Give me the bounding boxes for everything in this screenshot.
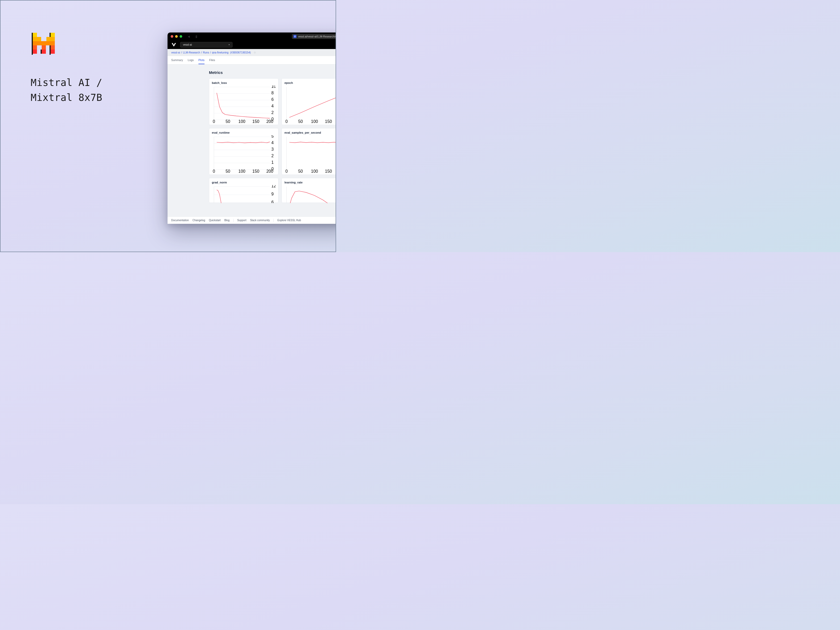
svg-text:12: 12: [272, 185, 276, 188]
org-selector-value: vessl-ai: [183, 43, 192, 46]
svg-text:4: 4: [272, 104, 274, 108]
epoch-plot: 050100150: [284, 85, 336, 124]
svg-text:2: 2: [272, 154, 274, 158]
svg-text:200: 200: [266, 169, 273, 173]
footer-link[interactable]: Slack community: [250, 219, 270, 222]
section-title: Metrics: [209, 70, 336, 75]
svg-rect-5: [51, 37, 55, 41]
svg-rect-0: [33, 33, 37, 37]
footer-link[interactable]: Support: [237, 219, 246, 222]
grad_norm-plot: 6912: [212, 185, 276, 203]
svg-text:6: 6: [272, 200, 274, 203]
svg-text:5: 5: [272, 135, 274, 139]
site-favicon-icon: V: [294, 35, 297, 38]
svg-text:150: 150: [325, 169, 332, 173]
metric-title: eval_runtime: [212, 131, 276, 134]
svg-text:2: 2: [272, 110, 274, 115]
svg-rect-14: [42, 50, 46, 54]
star-icon[interactable]: ☆: [254, 51, 256, 54]
metric-card-grad_norm[interactable]: grad_norm6912: [209, 178, 278, 203]
browser-titlebar: ‹ ▯ V vessl.ai/vessl-ai/LLM-Research/run…: [167, 33, 336, 40]
footer-link[interactable]: Quickstart: [209, 219, 221, 222]
metric-title: eval_samples_per_second: [284, 131, 336, 134]
svg-text:150: 150: [325, 119, 332, 124]
window-controls[interactable]: [171, 35, 182, 38]
metric-title: batch_loss: [212, 81, 276, 84]
svg-text:100: 100: [238, 169, 245, 173]
svg-text:200: 200: [266, 119, 273, 124]
tab-bar: Summary Logs Plots Files: [167, 56, 336, 65]
address-bar[interactable]: V vessl.ai/vessl-ai/LLM-Research/runs/36…: [292, 34, 336, 39]
svg-text:0: 0: [286, 119, 288, 124]
svg-rect-7: [46, 37, 51, 41]
eval_samples_per_second-plot: 050100150: [284, 135, 336, 174]
zoom-icon[interactable]: [180, 35, 182, 38]
svg-rect-11: [42, 45, 46, 50]
svg-text:50: 50: [226, 119, 230, 124]
svg-rect-12: [33, 50, 37, 54]
svg-text:4: 4: [272, 140, 274, 145]
svg-text:8: 8: [272, 91, 274, 95]
svg-text:10: 10: [272, 85, 276, 88]
footer-link[interactable]: Changelog: [193, 219, 205, 222]
svg-text:50: 50: [298, 119, 303, 124]
svg-text:0: 0: [213, 119, 215, 124]
footer-link[interactable]: Explore VESSL Hub: [277, 219, 301, 222]
tab-files[interactable]: Files: [209, 56, 215, 64]
tab-logs[interactable]: Logs: [188, 56, 194, 64]
svg-text:6: 6: [272, 97, 274, 102]
browser-window: ‹ ▯ V vessl.ai/vessl-ai/LLM-Research/run…: [167, 33, 336, 224]
minimize-icon[interactable]: [175, 35, 178, 38]
back-icon[interactable]: ‹: [188, 34, 190, 39]
crumb-section[interactable]: Runs: [203, 51, 209, 54]
crumb-run[interactable]: qna-finetuning: [212, 51, 228, 54]
metric-card-batch_loss[interactable]: batch_loss0246810050100150200: [209, 78, 278, 125]
hero-title: Mistral AI / Mixtral 8x7B: [31, 75, 102, 106]
close-icon[interactable]: [171, 35, 173, 38]
tab-summary[interactable]: Summary: [171, 56, 183, 64]
svg-text:50: 50: [298, 169, 303, 173]
batch_loss-plot: 0246810050100150200: [212, 85, 276, 124]
svg-text:100: 100: [311, 169, 318, 173]
app-navbar: vessl-ai ▾: [167, 40, 336, 49]
svg-text:100: 100: [311, 119, 318, 124]
svg-text:1: 1: [272, 160, 274, 165]
metric-card-eval_samples_per_second[interactable]: eval_samples_per_second050100150: [281, 128, 336, 175]
footer-divider: [273, 219, 274, 222]
svg-text:50: 50: [226, 169, 230, 173]
svg-rect-6: [37, 37, 41, 41]
shield-icon[interactable]: ▯: [196, 35, 197, 38]
tab-plots[interactable]: Plots: [199, 56, 205, 64]
svg-rect-10: [51, 45, 55, 50]
footer-link[interactable]: Blog: [224, 219, 230, 222]
svg-rect-13: [51, 50, 55, 54]
crumb-run-id: (#369367190154): [230, 51, 251, 54]
metric-card-learning_rate[interactable]: learning_rate: [281, 178, 336, 203]
learning_rate-plot: [284, 185, 336, 203]
svg-text:100: 100: [238, 119, 245, 124]
vessl-logo-icon[interactable]: [171, 42, 177, 47]
svg-rect-4: [33, 37, 37, 41]
metrics-grid: batch_loss0246810050100150200epoch050100…: [209, 78, 336, 203]
footer-bar: DocumentationChangelogQuickstartBlogSupp…: [167, 216, 336, 224]
crumb-org[interactable]: vessl-ai: [171, 51, 180, 54]
mistral-logo-icon: [31, 31, 57, 57]
metric-title: epoch: [284, 81, 336, 84]
org-selector[interactable]: vessl-ai ▾: [180, 42, 232, 48]
crumb-project[interactable]: LLM-Research: [183, 51, 200, 54]
address-url: vessl.ai/vessl-ai/LLM-Research/runs/369: [298, 35, 336, 38]
metric-title: grad_norm: [212, 181, 276, 184]
metric-card-epoch[interactable]: epoch050100150: [281, 78, 336, 125]
svg-rect-9: [33, 45, 37, 50]
eval_runtime-plot: 012345050100150200: [212, 135, 276, 174]
chevron-down-icon: ▾: [229, 44, 230, 46]
footer-link[interactable]: Documentation: [171, 219, 189, 222]
svg-rect-1: [51, 33, 55, 37]
svg-text:0: 0: [213, 169, 215, 173]
footer-divider: [233, 219, 234, 222]
metric-card-eval_runtime[interactable]: eval_runtime012345050100150200: [209, 128, 278, 175]
metric-title: learning_rate: [284, 181, 336, 184]
svg-rect-8: [33, 41, 55, 45]
breadcrumb: vessl-ai / LLM-Research / Runs / qna-fin…: [167, 49, 336, 56]
hero: Mistral AI / Mixtral 8x7B: [31, 31, 102, 106]
